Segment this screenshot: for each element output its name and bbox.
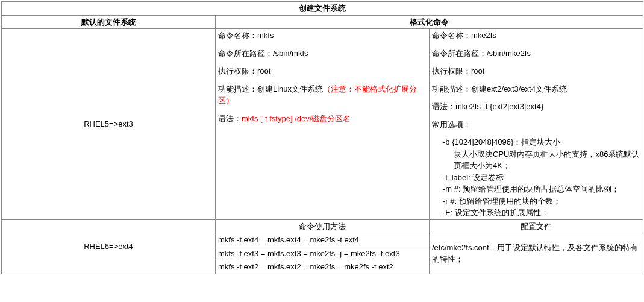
mkfs-perm: 执行权限：root bbox=[218, 65, 427, 77]
mke2fs-perm: 执行权限：root bbox=[432, 65, 640, 77]
mke2fs-name: 命令名称：mke2fs bbox=[432, 30, 640, 42]
opt-b2: 块大小取决CPU对内存页框大小的支持，x86系统默认页框大小为4K； bbox=[432, 148, 640, 172]
usage-header: 命令使用方法 bbox=[216, 219, 430, 233]
mke2fs-opts-title: 常用选项： bbox=[432, 119, 640, 131]
mkfs-syntax-red: mkfs [-t fstype] /dev/磁盘分区名 bbox=[242, 114, 351, 123]
opt-L: -L label: 设定卷标 bbox=[432, 172, 640, 184]
mkfs-desc: 功能描述：创建Linux文件系统（注意：不能格式化扩展分区） bbox=[218, 83, 427, 107]
mke2fs-desc: 功能描述：创建ext2/ext3/ext4文件系统 bbox=[432, 83, 640, 95]
usage-line3: mkfs -t ext2 = mkfs.ext2 = mke2fs = mke2… bbox=[216, 260, 430, 274]
mkfs-path: 命令所在路径：/sbin/mkfs bbox=[218, 48, 427, 60]
mkfs-desc-prefix: 功能描述：创建Linux文件系统 bbox=[218, 84, 323, 93]
usage-line2: mkfs -t ext3 = mkfs.ext3 = mke2fs -j = m… bbox=[216, 247, 430, 260]
opt-b: -b {1024|2048|4096}：指定块大小 bbox=[432, 136, 640, 148]
usage-line1: mkfs -t ext4 = mkfs.ext4 = mke2fs -t ext… bbox=[216, 233, 430, 247]
col-format-cmd: 格式化命令 bbox=[216, 15, 643, 29]
config-text: /etc/mke2fs.conf，用于设定默认特性，及各文件系统的特有的特性； bbox=[430, 233, 643, 274]
mke2fs-syntax: 语法：mke2fs -t {ext2|ext3|ext4} bbox=[432, 101, 640, 113]
opt-E: -E: 设定文件系统的扩展属性； bbox=[432, 207, 640, 219]
opt-r: -r #: 预留给管理使用的块的个数； bbox=[432, 195, 640, 207]
mke2fs-cell: 命令名称：mke2fs 命令所在路径：/sbin/mke2fs 执行权限：roo… bbox=[430, 29, 643, 220]
mkfs-cell: 命令名称：mkfs 命令所在路径：/sbin/mkfs 执行权限：root 功能… bbox=[216, 29, 430, 220]
filesystem-table: 创建文件系统 默认的文件系统 格式化命令 RHEL5=>ext3 命令名称：mk… bbox=[1, 1, 643, 274]
rhel6-default-fs: RHEL6=>ext4 bbox=[2, 219, 216, 274]
col-default-fs: 默认的文件系统 bbox=[2, 15, 216, 29]
mkfs-syntax: 语法：mkfs [-t fstype] /dev/磁盘分区名 bbox=[218, 113, 427, 125]
mkfs-syntax-prefix: 语法： bbox=[218, 114, 242, 123]
mkfs-name: 命令名称：mkfs bbox=[218, 30, 427, 42]
mke2fs-path: 命令所在路径：/sbin/mke2fs bbox=[432, 48, 640, 60]
mke2fs-opts: -b {1024|2048|4096}：指定块大小 块大小取决CPU对内存页框大… bbox=[432, 136, 640, 219]
config-header: 配置文件 bbox=[430, 219, 643, 233]
opt-m: -m #: 预留给管理使用的块所占据总体空间的比例； bbox=[432, 183, 640, 195]
table-title: 创建文件系统 bbox=[2, 2, 643, 16]
rhel5-default-fs: RHEL5=>ext3 bbox=[2, 29, 216, 220]
